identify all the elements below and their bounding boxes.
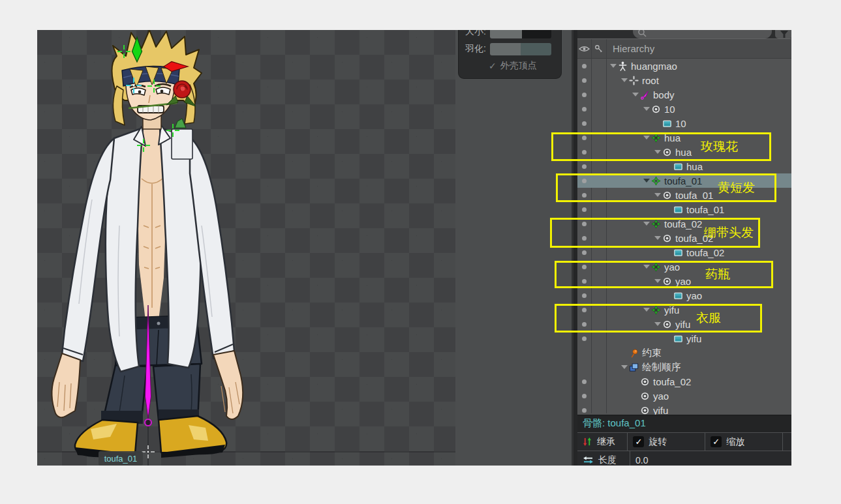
visibility-dot-cell[interactable] — [577, 193, 591, 198]
tree-row-pin-约束[interactable]: 约束 — [577, 346, 791, 360]
visibility-dot-cell[interactable] — [577, 64, 591, 68]
expand-triangle[interactable] — [631, 93, 639, 96]
expand-triangle[interactable] — [653, 193, 662, 197]
expand-triangle[interactable] — [620, 365, 628, 369]
tree-row-slot-toufa_01[interactable]: toufa_01 — [577, 188, 791, 202]
visibility-dot-cell[interactable] — [577, 236, 591, 241]
viewport-canvas[interactable]: toufa_01 — [37, 30, 455, 466]
rotate-checkbox[interactable]: ✓ — [633, 436, 644, 447]
visibility-dot[interactable] — [582, 250, 587, 255]
visibility-dot-cell[interactable] — [577, 121, 591, 126]
visibility-dot[interactable] — [582, 93, 587, 97]
visibility-dot[interactable] — [582, 293, 587, 298]
visibility-dot-cell[interactable] — [577, 308, 591, 312]
tree-row-bone-magenta-body[interactable]: body — [577, 87, 791, 102]
size-slider[interactable] — [490, 30, 551, 38]
visibility-dot[interactable] — [582, 64, 587, 68]
visibility-dot[interactable] — [582, 207, 587, 212]
length-value[interactable]: 0.0 — [630, 451, 791, 466]
visibility-dot[interactable] — [582, 308, 587, 312]
visibility-dot-cell[interactable] — [577, 394, 591, 398]
tree-row-skeleton-huangmao[interactable]: huangmao — [577, 59, 791, 73]
visibility-dot[interactable] — [582, 222, 587, 226]
tree-row-image-toufa_02[interactable]: toufa_02 — [577, 245, 791, 259]
tree-row-slot-yao[interactable]: yao — [577, 274, 791, 288]
tree-row-slot-yao[interactable]: yao — [577, 389, 791, 403]
visibility-dot[interactable] — [582, 408, 587, 413]
expand-triangle[interactable] — [642, 265, 650, 269]
tree-row-bone-green-hua[interactable]: hua — [577, 130, 791, 145]
tree-row-bone-green-yifu[interactable]: yifu — [577, 303, 791, 317]
tree-row-image-hua[interactable]: hua — [577, 159, 791, 173]
visibility-eye-icon[interactable] — [579, 45, 590, 53]
tree-row-bone-green-yao[interactable]: yao — [577, 259, 791, 274]
tree-row-slot-hua[interactable]: hua — [577, 145, 791, 159]
visibility-dot[interactable] — [582, 379, 587, 384]
filter-button[interactable] — [775, 30, 791, 38]
tree-row-image-yifu[interactable]: yifu — [577, 331, 791, 346]
visibility-dot[interactable] — [582, 236, 587, 241]
visibility-dot[interactable] — [582, 150, 587, 155]
expand-triangle[interactable] — [642, 308, 650, 312]
tree-row-root-root[interactable]: root — [577, 73, 791, 87]
tree-item-label: yifu — [686, 333, 701, 344]
visibility-dot[interactable] — [582, 107, 587, 111]
expand-triangle[interactable] — [642, 136, 650, 140]
visibility-dot-cell[interactable] — [577, 93, 591, 97]
tree-row-slot-yifu[interactable]: yifu — [577, 317, 791, 331]
visibility-dot[interactable] — [582, 164, 587, 169]
tree-row-slot-toufa_02[interactable]: toufa_02 — [577, 231, 791, 245]
expand-triangle[interactable] — [653, 279, 662, 283]
tree-item-label: yao — [664, 261, 680, 273]
visibility-dot-cell[interactable] — [577, 150, 591, 155]
tree-row-image-yao[interactable]: yao — [577, 288, 791, 303]
feather-slider[interactable] — [490, 43, 551, 55]
visibility-dot[interactable] — [582, 193, 587, 198]
expand-triangle[interactable] — [642, 179, 650, 183]
expand-triangle[interactable] — [620, 78, 628, 82]
visibility-dot-cell[interactable] — [577, 265, 591, 269]
visibility-dot-cell[interactable] — [577, 164, 591, 169]
visibility-dot-cell[interactable] — [577, 107, 591, 111]
visibility-dot-cell[interactable] — [577, 322, 591, 327]
hull-vertices-checkbox[interactable]: ✓ 外壳顶点 — [465, 60, 537, 72]
visibility-dot-cell[interactable] — [577, 78, 591, 83]
visibility-dot[interactable] — [582, 322, 587, 327]
visibility-dot-cell[interactable] — [577, 336, 591, 341]
expand-triangle[interactable] — [609, 64, 617, 68]
tree-row-slot-yifu[interactable]: yifu — [577, 403, 791, 415]
rotate-inherit-cell: ✓ 旋转 — [628, 433, 705, 451]
visibility-dot-cell[interactable] — [577, 136, 591, 140]
visibility-dot-cell[interactable] — [577, 222, 591, 226]
lock-key-icon[interactable] — [594, 44, 604, 53]
visibility-dot-cell[interactable] — [577, 279, 591, 284]
tree-row-image-10[interactable]: 10 — [577, 116, 791, 130]
tree-row-bone-green-toufa_02[interactable]: toufa_02 — [577, 216, 791, 231]
visibility-dot-cell[interactable] — [577, 408, 591, 413]
visibility-dot-cell[interactable] — [577, 179, 591, 183]
expand-triangle[interactable] — [642, 107, 650, 111]
tree-row-bone-green-toufa_01[interactable]: toufa_01 — [577, 173, 791, 188]
visibility-dot-cell[interactable] — [577, 250, 591, 255]
visibility-dot[interactable] — [582, 265, 587, 269]
visibility-dot[interactable] — [582, 136, 587, 140]
tree-row-layers-绘制顺序[interactable]: 绘制顺序 — [577, 360, 791, 374]
visibility-dot[interactable] — [582, 78, 587, 83]
visibility-dot-cell[interactable] — [577, 379, 591, 384]
scale-checkbox[interactable]: ✓ — [711, 436, 722, 447]
visibility-dot-cell[interactable] — [577, 207, 591, 212]
expand-triangle[interactable] — [653, 322, 662, 326]
visibility-dot-cell[interactable] — [577, 293, 591, 298]
tree-row-slot-10[interactable]: 10 — [577, 102, 791, 116]
tree-row-slot-toufa_02[interactable]: toufa_02 — [577, 374, 791, 389]
visibility-dot[interactable] — [582, 336, 587, 341]
search-input[interactable] — [633, 30, 772, 38]
visibility-dot[interactable] — [582, 394, 587, 398]
expand-triangle[interactable] — [653, 150, 662, 154]
expand-triangle[interactable] — [653, 236, 662, 240]
tree-row-image-toufa_01[interactable]: toufa_01 — [577, 202, 791, 216]
visibility-dot[interactable] — [582, 179, 587, 183]
visibility-dot[interactable] — [582, 121, 587, 126]
expand-triangle[interactable] — [642, 222, 650, 226]
visibility-dot[interactable] — [582, 279, 587, 284]
